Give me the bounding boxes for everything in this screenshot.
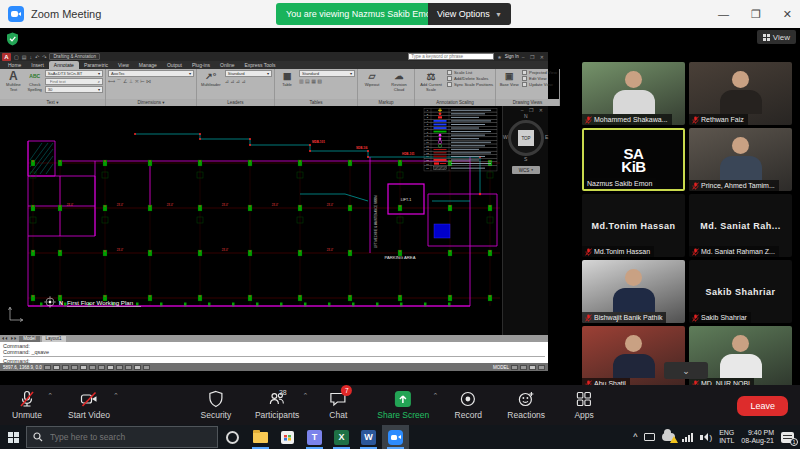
ribbon-tab-online[interactable]: Online	[215, 61, 239, 69]
network-icon[interactable]	[682, 433, 693, 442]
taskbar-search-input[interactable]	[48, 431, 198, 443]
model-tab[interactable]: Model	[19, 336, 39, 342]
find-text-field[interactable]: ⌕	[45, 78, 103, 85]
add-current-scale-button[interactable]: ⚖ Add Current Scale	[417, 70, 445, 92]
clock[interactable]: 9:40 PM 08-Aug-21	[741, 429, 774, 445]
participants-caret[interactable]: ⌃	[302, 392, 308, 400]
status-toggle[interactable]	[89, 365, 96, 370]
record-button[interactable]: Record	[451, 385, 485, 425]
viewcube-east[interactable]: E	[545, 134, 548, 140]
model-space-indicator[interactable]: MODEL	[493, 365, 509, 370]
ribbon-tab-express-tools[interactable]: Express Tools	[239, 61, 280, 69]
redo-icon[interactable]: ↷	[42, 54, 46, 60]
open-icon[interactable]: ▤	[22, 54, 27, 60]
ribbon-tab-home[interactable]: Home	[3, 61, 26, 69]
drawing-canvas[interactable]: MDB-101 SDB-1/6 HDB-101 23'-0"23'-0"23'-…	[0, 106, 548, 335]
participant-tile[interactable]: Mohammed Shakawa...	[582, 62, 685, 125]
start-button[interactable]	[0, 425, 26, 449]
action-center-icon[interactable]: 1	[781, 432, 794, 443]
autocad-logo-icon[interactable]: A	[2, 53, 11, 61]
annotation_scaling-item[interactable]: Add/Delete Scales	[447, 76, 493, 81]
status-toggle[interactable]	[62, 365, 69, 370]
taskbar-app-microsoft-store[interactable]	[274, 425, 301, 449]
participant-tile[interactable]: Prince, Ahmed Tamim...	[689, 128, 792, 191]
multiline-text-button[interactable]: A Multiline Text	[2, 70, 25, 92]
chat-button[interactable]: 7 Chat	[321, 385, 355, 425]
unmute-button[interactable]: Unmute ⌃	[10, 385, 44, 425]
status-icon[interactable]	[538, 365, 545, 370]
autocad-search-input[interactable]	[408, 53, 494, 60]
ribbon-tab-view[interactable]: View	[113, 61, 134, 69]
base-view-button[interactable]: ▣ Base View	[498, 70, 520, 88]
text-style-dropdown[interactable]: SaAsDT3 5tCn-BT▾	[45, 70, 103, 77]
volume-icon[interactable]: )	[700, 433, 712, 442]
taskbar-search-box[interactable]	[26, 426, 218, 448]
status-toggle[interactable]	[125, 365, 132, 370]
panel-label-leaders[interactable]: Leaders	[197, 99, 274, 106]
save-icon[interactable]: ↓	[29, 54, 32, 60]
taskbar-app-file-explorer[interactable]	[247, 425, 274, 449]
table-button[interactable]: ▦ Table	[277, 70, 297, 88]
status-toggle[interactable]	[44, 365, 51, 370]
ribbon-tab-output[interactable]: Output	[162, 61, 187, 69]
status-toggle[interactable]	[98, 365, 105, 370]
security-button[interactable]: Security	[199, 385, 233, 425]
taskbar-app-teams[interactable]: T	[301, 425, 328, 449]
dim-style-dropdown[interactable]: AooTec▾	[108, 70, 194, 77]
participant-tile[interactable]: Md.Tonim HassanMd.Tonim Hassan	[582, 194, 685, 257]
autocad-window-controls[interactable]: ‒ ❐ ✕	[522, 54, 546, 60]
annotation_scaling-item[interactable]: Sync Scale Positions	[447, 82, 493, 87]
workspace-switcher[interactable]: Drafting & Annotation	[49, 53, 100, 60]
status-toggle[interactable]	[134, 365, 141, 370]
sign-in-button[interactable]: Sign In	[505, 54, 519, 59]
apps-button[interactable]: Apps	[567, 385, 601, 425]
gallery-scroll-down-button[interactable]: ⌄	[664, 362, 708, 379]
status-toggle-buttons[interactable]	[44, 365, 150, 370]
onedrive-warning-icon[interactable]	[662, 433, 675, 441]
share-options-caret[interactable]: ⌃	[432, 392, 438, 400]
leader-tools[interactable]: ⊿ ⊿ ⊿ ⊿	[225, 78, 272, 84]
table-tools[interactable]: ▥ ▤ ▦ ▧	[299, 78, 355, 84]
cortana-button[interactable]	[226, 431, 239, 444]
view-options-button[interactable]: View Options ▼	[428, 3, 511, 25]
status-toggle[interactable]	[116, 365, 123, 370]
participant-tile[interactable]: Md. Saniat Rah...Md. Saniat Rahman Z...	[689, 194, 792, 257]
unmute-options-caret[interactable]: ⌃	[47, 392, 53, 400]
layout1-tab[interactable]: Layout1	[42, 336, 66, 342]
panel-label-drawing-views[interactable]: Drawing Views	[496, 99, 559, 106]
panel-label-tables[interactable]: Tables	[275, 99, 357, 106]
wipeout-button[interactable]: ▱ Wipeout	[360, 70, 384, 88]
drawing_views-item[interactable]: Edit View	[522, 76, 557, 81]
video-options-caret[interactable]: ⌃	[113, 392, 119, 400]
minimize-button[interactable]: —	[718, 8, 729, 20]
participant-tile[interactable]: Rethwan Faiz	[689, 62, 792, 125]
multileader-button[interactable]: ↗° Multileader	[199, 70, 223, 88]
quick-access-toolbar[interactable]: ▢ ▤ ↓ ↶ ↷	[14, 54, 46, 60]
mleader-style-dropdown[interactable]: Standard▾	[225, 70, 272, 77]
new-icon[interactable]: ▢	[14, 54, 19, 60]
maximize-button[interactable]: ❐	[751, 8, 761, 21]
viewcube-north[interactable]: N	[524, 113, 528, 119]
participant-tile[interactable]: Bishwajit Banik Pathik	[582, 260, 685, 323]
leave-button[interactable]: Leave	[737, 396, 788, 416]
drawing_views-item[interactable]: Update View	[522, 82, 557, 87]
status-icon[interactable]	[529, 365, 536, 370]
command-line[interactable]: Command:Command: _qsave Command:	[0, 342, 548, 363]
ribbon-tab-plug-ins[interactable]: Plug-ins	[187, 61, 215, 69]
dimension-tools[interactable]: ⟷ ⌒ ∠ ⊥ ≍ ⊢ ⋈	[108, 78, 194, 84]
check-spelling-button[interactable]: ABC Check Spelling	[27, 70, 43, 92]
viewcube-south[interactable]: S	[524, 156, 527, 162]
taskbar-app-word[interactable]: W	[355, 425, 382, 449]
status-toggle[interactable]	[53, 365, 60, 370]
reactions-button[interactable]: Reactions	[507, 385, 545, 425]
status-icon[interactable]	[511, 365, 518, 370]
taskbar-app-excel[interactable]: X	[328, 425, 355, 449]
hidden-icons-caret[interactable]: ^	[633, 432, 637, 442]
status-toggle[interactable]	[71, 365, 78, 370]
revision-cloud-button[interactable]: ☁ Revision Cloud	[386, 70, 412, 92]
status-toggle[interactable]	[107, 365, 114, 370]
panel-label-dimensions[interactable]: Dimensions ▾	[106, 99, 196, 106]
table-style-dropdown[interactable]: Standard▾	[299, 70, 355, 77]
start-video-button[interactable]: Start Video ⌃	[68, 385, 110, 425]
touch-keyboard-icon[interactable]	[644, 433, 655, 441]
